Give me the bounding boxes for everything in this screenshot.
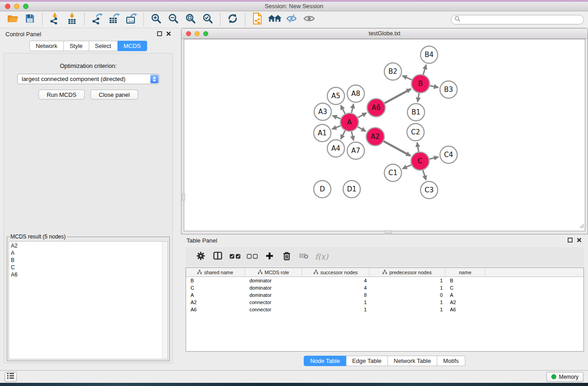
mcds-result-item[interactable]: C bbox=[11, 264, 167, 271]
import-table-button[interactable] bbox=[63, 13, 81, 26]
cell-successor-nodes[interactable]: 1 bbox=[302, 306, 369, 313]
tab-mcds[interactable]: MCDS bbox=[118, 41, 147, 51]
table-options-button[interactable] bbox=[192, 250, 209, 263]
delete-column-button[interactable] bbox=[278, 250, 295, 263]
cell-mcds-role[interactable]: dominator bbox=[245, 291, 302, 299]
cell-name[interactable]: C bbox=[445, 284, 485, 291]
graph-edge-C-C4[interactable] bbox=[429, 157, 438, 159]
splitter-handle[interactable] bbox=[385, 230, 392, 234]
zoom-selected-button[interactable] bbox=[199, 13, 216, 26]
criterion-select[interactable]: largest connected component (directed) bbox=[17, 74, 159, 84]
create-network-view-button[interactable] bbox=[266, 13, 283, 26]
tab-edge-table[interactable]: Edge Table bbox=[346, 356, 388, 366]
cell-shared-name[interactable]: A2 bbox=[186, 299, 245, 306]
mcds-result-item[interactable]: A bbox=[11, 249, 167, 257]
close-panel-icon[interactable] bbox=[166, 30, 171, 38]
tab-motifs[interactable]: Motifs bbox=[437, 356, 465, 366]
close-panel-icon[interactable] bbox=[577, 236, 582, 244]
table-row[interactable]: Bdominator41B bbox=[186, 277, 583, 284]
cell-predecessor-nodes[interactable]: 1 bbox=[369, 277, 445, 284]
column-header-mcds-role[interactable]: MCDS role bbox=[245, 268, 302, 276]
zoom-in-button[interactable] bbox=[148, 13, 165, 26]
zoom-out-button[interactable] bbox=[165, 13, 182, 26]
cell-successor-nodes[interactable]: 1 bbox=[302, 299, 369, 306]
create-column-button[interactable] bbox=[261, 250, 278, 263]
network-graph[interactable]: AA1A2A3A4A5A6A7A8BB1B2B3B4CC1C2C3C4DD1 bbox=[184, 39, 586, 231]
mcds-list-scrollbar[interactable] bbox=[162, 242, 167, 359]
minimize-window-button[interactable] bbox=[14, 4, 19, 9]
cell-mcds-role[interactable]: dominator bbox=[245, 284, 302, 291]
cell-mcds-role[interactable]: dominator bbox=[245, 277, 302, 284]
tab-select[interactable]: Select bbox=[89, 41, 118, 51]
open-session-button[interactable] bbox=[4, 13, 21, 26]
cell-successor-nodes[interactable]: 4 bbox=[302, 284, 369, 291]
graph-edge-B-B2[interactable] bbox=[402, 76, 412, 80]
cell-predecessor-nodes[interactable]: 1 bbox=[369, 306, 445, 313]
tab-style[interactable]: Style bbox=[64, 41, 89, 51]
search-field[interactable] bbox=[451, 15, 584, 24]
cell-predecessor-nodes[interactable]: 1 bbox=[369, 284, 445, 291]
tab-network[interactable]: Network bbox=[29, 41, 64, 51]
graph-edge-A-A5[interactable] bbox=[341, 105, 345, 114]
tab-node-table[interactable]: Node Table bbox=[304, 356, 346, 366]
graph-edge-A6-B[interactable] bbox=[384, 89, 411, 103]
new-network-from-file-button[interactable] bbox=[249, 13, 266, 26]
graph-edge-A-A2[interactable] bbox=[358, 127, 366, 131]
table-row[interactable]: Adominator80A bbox=[186, 291, 583, 299]
mcds-result-item[interactable]: B bbox=[11, 257, 167, 264]
close-window-button[interactable] bbox=[5, 4, 10, 9]
column-header-predecessor-nodes[interactable]: predecessor nodes bbox=[369, 268, 445, 276]
splitter-handle[interactable] bbox=[182, 193, 185, 200]
save-session-button[interactable] bbox=[21, 13, 38, 26]
cell-shared-name[interactable]: A bbox=[186, 291, 245, 299]
cell-name[interactable]: A2 bbox=[445, 299, 485, 306]
delete-table-button[interactable] bbox=[295, 250, 312, 263]
column-header-name[interactable]: name bbox=[445, 268, 485, 276]
cell-successor-nodes[interactable]: 4 bbox=[302, 277, 369, 284]
table-row[interactable]: A6connector11A6 bbox=[186, 306, 583, 313]
float-panel-icon[interactable] bbox=[157, 30, 162, 38]
cell-shared-name[interactable]: B bbox=[186, 277, 245, 284]
mcds-result-item[interactable]: A2 bbox=[11, 242, 167, 249]
close-panel-button[interactable]: Close panel bbox=[91, 90, 138, 100]
graph-edge-A2-C[interactable] bbox=[383, 141, 410, 156]
export-network-button[interactable] bbox=[88, 13, 105, 26]
graph-edge-C-C2[interactable] bbox=[417, 143, 419, 152]
network-window-titlebar[interactable]: testGlobe.txt bbox=[182, 29, 588, 39]
cell-mcds-role[interactable]: connector bbox=[245, 306, 302, 313]
network-minimize-button[interactable] bbox=[195, 31, 200, 36]
function-builder-button[interactable]: f(x) bbox=[315, 252, 328, 261]
cell-predecessor-nodes[interactable]: 1 bbox=[369, 299, 445, 306]
graph-edge-A-A3[interactable] bbox=[332, 115, 340, 119]
run-mcds-button[interactable]: Run MCDS bbox=[38, 90, 85, 100]
graph-edge-A-A6[interactable] bbox=[358, 113, 366, 118]
deselect-all-button[interactable] bbox=[244, 250, 261, 263]
task-history-button[interactable] bbox=[5, 372, 17, 382]
window-resize-grip[interactable] bbox=[578, 222, 584, 230]
cell-name[interactable]: A6 bbox=[445, 306, 485, 313]
network-canvas[interactable]: AA1A2A3A4A5A6A7A8BB1B2B3B4CC1C2C3C4DD1 bbox=[184, 39, 585, 231]
graph-edge-B-B4[interactable] bbox=[423, 65, 426, 75]
zoom-fit-button[interactable] bbox=[182, 13, 199, 26]
graph-edge-A-A1[interactable] bbox=[332, 126, 340, 129]
cell-name[interactable]: A bbox=[445, 291, 485, 299]
show-column-button[interactable] bbox=[209, 250, 226, 263]
table-row[interactable]: Cdominator41C bbox=[186, 284, 583, 291]
cell-mcds-role[interactable]: connector bbox=[245, 299, 302, 306]
graph-edge-C-C3[interactable] bbox=[423, 170, 426, 180]
memory-button[interactable]: Memory bbox=[546, 372, 583, 382]
tab-network-table[interactable]: Network Table bbox=[388, 356, 437, 366]
column-header-shared-name[interactable]: shared name bbox=[186, 268, 245, 276]
destroy-network-view-button[interactable] bbox=[283, 13, 301, 26]
zoom-window-button[interactable] bbox=[23, 4, 29, 9]
cell-name[interactable]: B bbox=[445, 277, 485, 284]
float-panel-icon[interactable] bbox=[568, 236, 573, 244]
refresh-button[interactable] bbox=[224, 13, 241, 26]
table-row[interactable]: A2connector11A2 bbox=[186, 299, 583, 306]
export-table-button[interactable] bbox=[105, 13, 123, 26]
cell-shared-name[interactable]: C bbox=[186, 284, 245, 291]
select-all-button[interactable] bbox=[226, 250, 244, 263]
cell-successor-nodes[interactable]: 8 bbox=[302, 291, 369, 299]
network-close-button[interactable] bbox=[186, 31, 191, 36]
graph-edge-B-B3[interactable] bbox=[430, 86, 439, 87]
